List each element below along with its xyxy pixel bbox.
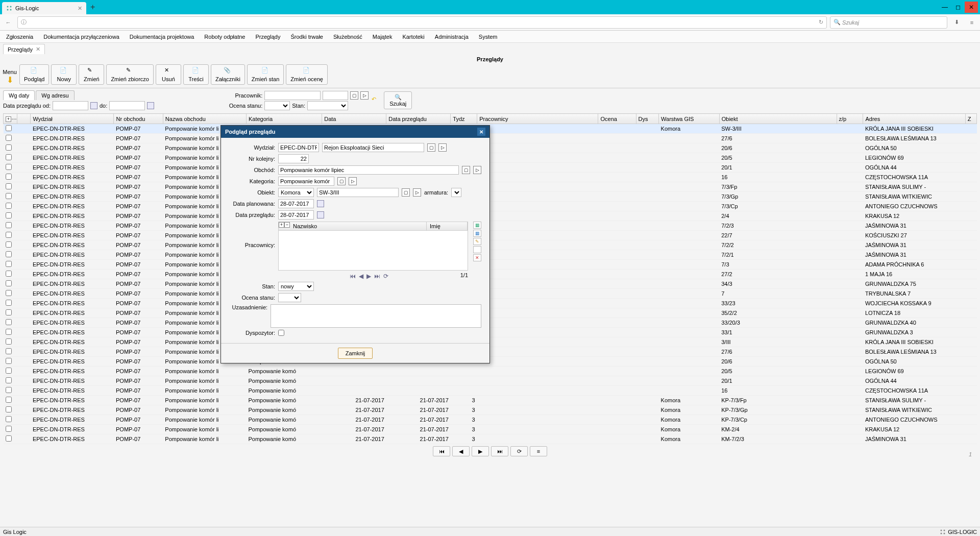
row-checkbox[interactable] (6, 387, 12, 393)
minimize-button[interactable]: — (938, 2, 951, 13)
row-checkbox[interactable] (6, 368, 12, 374)
sel-armatura[interactable] (451, 188, 461, 197)
column-header[interactable]: Warstwa GIS (659, 114, 720, 124)
row-checkbox[interactable] (6, 251, 12, 257)
col-imie[interactable]: Imię (427, 222, 468, 230)
table-row[interactable]: EPEC-DN-DTR-RESPOMP-07Pompowanie komór l… (4, 192, 977, 202)
close-tab-icon[interactable]: ✕ (78, 5, 82, 12)
toolbar-button[interactable]: 📄Zmień stan (247, 64, 284, 85)
nav-last-icon[interactable]: ⏭ (374, 273, 380, 280)
add-row-icon[interactable]: ▦ (473, 222, 481, 229)
pracownik-code-input[interactable] (323, 91, 348, 100)
column-header[interactable]: Data przeglądu (386, 114, 451, 124)
column-header[interactable]: Obiekt (719, 114, 837, 124)
clear-button[interactable]: ▢ (462, 166, 470, 174)
row-checkbox[interactable] (6, 174, 12, 180)
play-button[interactable]: ▷ (349, 177, 357, 185)
column-header[interactable]: Adres (863, 114, 965, 124)
row-checkbox[interactable] (6, 212, 12, 218)
clear-button[interactable]: ▢ (350, 91, 358, 100)
row-checkbox[interactable] (6, 135, 12, 141)
inp-wydzial-name[interactable] (322, 143, 424, 152)
column-header[interactable]: Z (965, 114, 976, 124)
column-header[interactable]: Nr obchodu (114, 114, 163, 124)
search-button[interactable]: 🔍 Szukaj (384, 91, 412, 109)
inp-nrkolejny[interactable] (278, 154, 309, 163)
collapse-all[interactable]: − (284, 222, 290, 228)
menu-button[interactable]: ≡ (966, 16, 978, 29)
table-row[interactable]: EPEC-DN-DTR-RESPOMP-07Pompowanie komór l… (4, 231, 977, 240)
menu-item[interactable]: Kartoteki (398, 32, 428, 41)
menu-item[interactable]: Dokumentacja projektowa (126, 32, 199, 41)
row-checkbox[interactable] (6, 358, 12, 364)
reload-icon[interactable]: ↻ (819, 19, 823, 26)
column-header[interactable]: Ocena (598, 114, 636, 124)
chk-dyspozytor[interactable] (278, 330, 284, 336)
calendar-icon[interactable] (90, 102, 97, 109)
menu-item[interactable]: Majątek (369, 32, 397, 41)
row-checkbox[interactable] (6, 300, 12, 306)
table-row[interactable]: EPEC-DN-DTR-RESPOMP-07Pompowanie komór l… (4, 134, 977, 143)
menu-item[interactable]: Zgłoszenia (2, 32, 37, 41)
table-row[interactable]: EPEC-DN-DTR-RESPOMP-07Pompowanie komór l… (4, 308, 977, 318)
toolbar-button[interactable]: ✎Zmień zbiorczo (106, 64, 154, 85)
row-checkbox[interactable] (6, 144, 12, 151)
menu-item[interactable]: Środki trwałe (286, 32, 327, 41)
column-header[interactable]: Data (322, 114, 386, 124)
delete-row-icon[interactable]: ✕ (473, 254, 481, 261)
play-button[interactable]: ▷ (360, 91, 369, 100)
filter-tab-wg-daty[interactable]: Wg daty (3, 90, 35, 100)
sel-stan[interactable]: nowy (278, 282, 314, 291)
table-row[interactable]: EPEC-DN-DTR-RESPOMP-07Pompowanie komór l… (4, 260, 977, 270)
table-row[interactable]: EPEC-DN-DTR-RESPOMP-07Pompowanie komór l… (4, 211, 977, 221)
browser-search[interactable]: 🔍 Szukaj (830, 16, 947, 29)
pager-list[interactable]: ≡ (530, 446, 547, 456)
browser-tab[interactable]: Gis-Logic ✕ (2, 2, 86, 14)
column-header[interactable]: Kategoria (246, 114, 322, 124)
inp-obchod[interactable] (278, 165, 459, 175)
row-checkbox[interactable] (6, 319, 12, 325)
stan-select[interactable] (307, 101, 348, 110)
table-row[interactable]: EPEC-DN-DTR-RESPOMP-07Pompowanie komór l… (4, 221, 977, 231)
play-button[interactable]: ▷ (473, 166, 481, 174)
toolbar-button[interactable]: ✕Usuń (156, 64, 181, 85)
row-checkbox[interactable] (6, 377, 12, 383)
calendar-icon[interactable] (317, 200, 324, 207)
column-header[interactable]: Nazwa obchodu (163, 114, 246, 124)
pracownik-input[interactable] (264, 91, 321, 100)
nav-refresh-icon[interactable]: ⟳ (383, 273, 388, 280)
row-checkbox[interactable] (6, 203, 12, 209)
modal-titlebar[interactable]: Podgląd przeglądu ✕ (221, 126, 489, 138)
table-row[interactable]: EPEC-DN-DTR-RESPOMP-07Pompowanie komór l… (4, 367, 977, 376)
maximize-button[interactable]: ◻ (951, 2, 965, 13)
nav-next-icon[interactable]: ▶ (366, 273, 371, 280)
row-checkbox[interactable] (6, 348, 12, 354)
row-checkbox[interactable] (6, 183, 12, 189)
table-row[interactable]: EPEC-DN-DTR-RESPOMP-07Pompowanie komór l… (4, 434, 977, 444)
pager-first[interactable]: ⏮ (433, 446, 450, 456)
menu-item[interactable]: System (475, 32, 502, 41)
expand-all[interactable]: + (279, 222, 284, 228)
toolbar-button[interactable]: 📄Treści (183, 64, 209, 85)
table-row[interactable]: EPEC-DN-DTR-RESPOMP-07Pompowanie komór l… (4, 182, 977, 192)
table-row[interactable]: EPEC-DN-DTR-RESPOMP-07Pompowanie komór l… (4, 318, 977, 328)
column-header[interactable]: Pracownicy (477, 114, 598, 124)
tab-przeglady[interactable]: Przeglądy ✕ (3, 44, 45, 54)
toolbar-button[interactable]: 📄Nowy (51, 64, 77, 85)
sel-obiekt-type[interactable]: Komora (278, 188, 314, 197)
row-checkbox[interactable] (6, 338, 12, 345)
inp-wydzial-code[interactable] (278, 143, 319, 152)
pager-refresh[interactable]: ⟳ (510, 446, 528, 456)
row-checkbox[interactable] (6, 397, 12, 403)
downloads-button[interactable]: ⬇ (950, 16, 963, 29)
nav-first-icon[interactable]: ⏮ (350, 273, 356, 280)
row-checkbox[interactable] (6, 232, 12, 238)
row-checkbox[interactable] (6, 280, 12, 286)
clear-button[interactable]: ▢ (402, 188, 410, 197)
table-row[interactable]: EPEC-DN-DTR-RESPOMP-07Pompowanie komór l… (4, 396, 977, 405)
clear-button[interactable]: ▢ (337, 177, 346, 185)
column-header[interactable]: Dys (636, 114, 658, 124)
inp-dataprzeg[interactable] (278, 210, 314, 220)
expand-all[interactable]: + (6, 116, 11, 122)
menu-item[interactable]: Służebność (329, 32, 366, 41)
